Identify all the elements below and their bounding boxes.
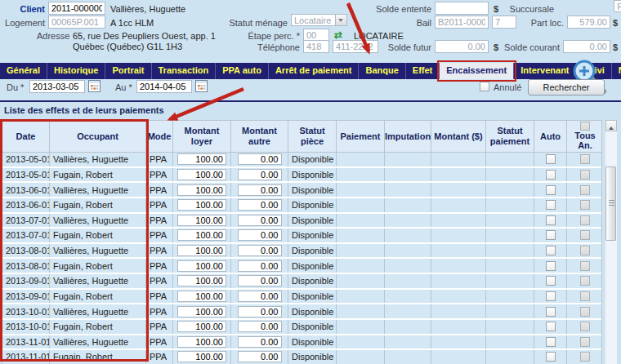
auto-checkbox[interactable] (546, 276, 556, 286)
solde-courant-dollar: $ (613, 42, 618, 52)
tab-historique[interactable]: Historique (47, 63, 105, 79)
montant-autre-input[interactable] (238, 336, 282, 348)
table-row: 2013-09-01Fugain, RobertPPADisponible (2, 288, 601, 304)
montant-loyer-input[interactable] (177, 336, 226, 348)
column-header: Auto (534, 121, 567, 152)
solde-entente-input[interactable] (435, 2, 489, 15)
column-header: Paiement (337, 121, 385, 152)
tab-transaction[interactable]: Transaction (152, 63, 217, 79)
auto-checkbox[interactable] (546, 291, 556, 301)
table-row: 2013-07-01Vallières, HuguettePPADisponib… (2, 212, 601, 228)
table-row: 2013-09-01Vallières, HuguettePPADisponib… (2, 273, 601, 288)
tab-banque[interactable]: Banque (359, 63, 405, 79)
succursale-value: Formation (617, 2, 621, 11)
montant-autre-input[interactable] (238, 215, 282, 226)
montant-autre-input[interactable] (238, 275, 282, 286)
montant-loyer-input[interactable] (177, 215, 226, 226)
adresse-label: Adresse (37, 31, 69, 41)
table-row: 2013-07-01Fugain, RobertPPADisponible (2, 227, 601, 242)
montant-autre-input[interactable] (238, 229, 282, 241)
auto-checkbox[interactable] (546, 307, 556, 317)
tous-an-checkbox (580, 261, 590, 271)
montant-autre-input[interactable] (238, 260, 282, 272)
logement-label: Logement (0, 18, 45, 28)
table-row: 2013-05-01Vallières, HuguettePPADisponib… (2, 152, 601, 166)
table-row: 2013-06-01Vallières, HuguettePPADisponib… (2, 181, 601, 197)
montant-autre-input[interactable] (238, 153, 282, 165)
auto-checkbox[interactable] (546, 230, 556, 240)
column-header: Montant autre (231, 121, 288, 152)
annule-checkbox[interactable] (480, 82, 489, 91)
auto-checkbox[interactable] (546, 322, 556, 331)
du-date-input[interactable] (29, 80, 85, 93)
montant-loyer-input[interactable] (177, 169, 226, 180)
tous-an-checkbox (580, 154, 590, 164)
montant-autre-input[interactable] (238, 291, 282, 302)
montant-loyer-input[interactable] (177, 351, 226, 362)
montant-loyer-input[interactable] (177, 229, 226, 241)
montant-autre-input[interactable] (238, 199, 282, 211)
solde-futur-input (435, 40, 489, 53)
montant-loyer-input[interactable] (177, 321, 226, 332)
client-input[interactable] (48, 2, 105, 15)
tab-g-n-ral[interactable]: Général (0, 63, 47, 79)
scrollbar-thumb[interactable] (605, 166, 616, 241)
section-divider (0, 100, 621, 102)
calendar-icon[interactable] (88, 80, 101, 92)
table-row: 2013-11-01Vallières, HuguettePPADisponib… (2, 334, 601, 349)
statut-menage-select: Locataire (291, 14, 347, 26)
part-loc-input (567, 16, 610, 29)
tab-encaissement[interactable]: Encaissement (440, 63, 514, 79)
montant-autre-input[interactable] (238, 321, 282, 332)
solde-entente-label: Solde entente (360, 4, 431, 14)
auto-checkbox[interactable] (546, 215, 556, 225)
succursale-select: Formation (614, 0, 621, 12)
montant-loyer-input[interactable] (177, 153, 226, 165)
auto-checkbox[interactable] (546, 200, 556, 210)
column-header: Statut pièce (288, 121, 337, 152)
montant-loyer-input[interactable] (177, 275, 226, 286)
auto-checkbox[interactable] (546, 337, 556, 347)
auto-checkbox[interactable] (546, 154, 556, 164)
tous-an-checkbox (580, 230, 590, 240)
montant-loyer-input[interactable] (177, 306, 226, 317)
auto-checkbox[interactable] (546, 170, 556, 180)
montant-autre-input[interactable] (238, 245, 282, 256)
tab-note[interactable]: Note (612, 63, 621, 79)
tab-arr-t-de-paiement[interactable]: Arrêt de paiement (269, 63, 360, 79)
logement-input (48, 16, 105, 29)
montant-loyer-input[interactable] (177, 199, 226, 211)
rechercher-button[interactable]: Rechercher (528, 79, 605, 95)
scroll-up-icon[interactable] (605, 120, 617, 131)
montant-autre-input[interactable] (238, 351, 282, 362)
auto-checkbox[interactable] (546, 261, 556, 271)
tous-an-checkbox (580, 276, 590, 286)
effets-table: DateOccupantModeMontant loyerMontant aut… (2, 120, 602, 364)
auto-checkbox[interactable] (546, 352, 556, 362)
part-loc-dollar: $ (613, 18, 618, 28)
auto-checkbox[interactable] (546, 185, 556, 195)
au-date-input[interactable] (136, 80, 192, 93)
tab-effet[interactable]: Effet (406, 63, 440, 79)
tab-intervenant[interactable]: Intervenant (514, 63, 576, 79)
annotation-arrow-columns (170, 89, 243, 119)
vertical-scrollbar[interactable] (605, 120, 617, 364)
statut-menage-value: Locataire (294, 16, 331, 25)
column-header: Mode (146, 121, 173, 152)
tab-portrait[interactable]: Portrait (105, 63, 151, 79)
tab-ppa-auto[interactable]: PPA auto (216, 63, 269, 79)
calendar-icon[interactable] (195, 80, 208, 92)
montant-autre-input[interactable] (238, 184, 282, 196)
auto-checkbox[interactable] (546, 246, 556, 255)
column-header: Occupant (50, 121, 146, 152)
montant-loyer-input[interactable] (177, 184, 226, 196)
refresh-icon[interactable]: ⇄ (334, 29, 342, 41)
montant-autre-input[interactable] (238, 169, 282, 180)
montant-loyer-input[interactable] (177, 291, 226, 302)
tous-an-checkbox (580, 352, 590, 362)
montant-autre-input[interactable] (238, 306, 282, 317)
table-title: Liste des effets et de leurs paiements (4, 105, 164, 115)
montant-loyer-input[interactable] (177, 260, 226, 272)
montant-loyer-input[interactable] (177, 245, 226, 256)
encaissement-screen: Client Vallières, Huguette Logement A 1c… (0, 0, 621, 364)
